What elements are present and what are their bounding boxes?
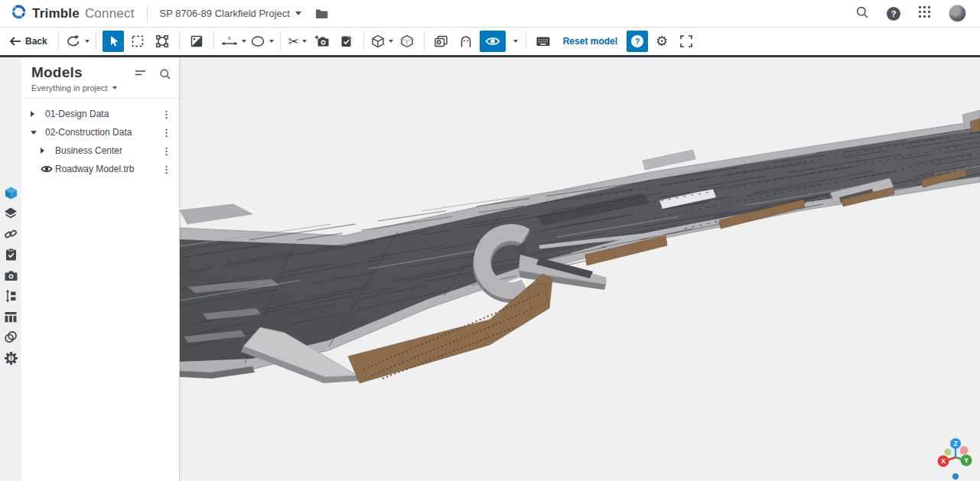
help-icon[interactable]: ?: [627, 31, 648, 52]
structure-tree-icon[interactable]: [3, 289, 18, 303]
tree-item-roadway-model[interactable]: Roadway Model.trb ⋮: [21, 160, 179, 178]
expand-caret-icon[interactable]: [31, 111, 43, 117]
toolbar-separator: [58, 32, 59, 50]
visibility-eye-icon[interactable]: [480, 31, 506, 52]
project-switcher[interactable]: SP 8706-89 Clarkfield Project: [160, 8, 301, 19]
axis-y-label[interactable]: Y: [964, 457, 969, 464]
toolbar-separator: [363, 32, 364, 50]
toolbar-separator: [96, 32, 96, 50]
search-icon[interactable]: [855, 5, 869, 22]
tree-item-business-center[interactable]: Business Center ⋮: [21, 141, 179, 160]
brand: Trimble Connect: [11, 4, 135, 23]
help-icon[interactable]: ?: [887, 7, 900, 21]
folder-icon: [315, 8, 328, 19]
scope-selector[interactable]: Everything in project: [31, 83, 170, 93]
marquee-select-icon[interactable]: [127, 31, 148, 52]
model-tree: 01-Design Data ⋮ 02-Construction Data ⋮ …: [21, 99, 179, 178]
header-divider: [147, 5, 148, 22]
select-cursor-icon[interactable]: [103, 31, 124, 52]
back-button[interactable]: Back: [5, 31, 52, 52]
side-rail: [0, 57, 21, 481]
ghost-mode-icon[interactable]: [455, 31, 477, 52]
chevron-down-icon: [269, 40, 274, 43]
collapse-caret-icon[interactable]: [31, 131, 43, 135]
visibility-options-caret[interactable]: [509, 31, 519, 52]
scope-label: Everything in project: [31, 83, 108, 93]
viewer-toolbar: Back x: [0, 28, 980, 57]
axis-x-label[interactable]: X: [941, 457, 946, 465]
toolbar-separator: [424, 32, 425, 50]
snapshot-camera-icon[interactable]: [311, 31, 333, 52]
brand-name-light: Connect: [85, 6, 135, 21]
tree-item-label: Roadway Model.trb: [55, 164, 134, 174]
axis-z-label[interactable]: Z: [953, 440, 957, 447]
toolbar-separator: [179, 32, 180, 50]
views-camera-icon[interactable]: [3, 268, 18, 282]
back-label: Back: [25, 36, 47, 47]
tree-item-design-data[interactable]: 01-Design Data ⋮: [21, 105, 179, 123]
chevron-down-icon: [85, 40, 90, 43]
gizmo-home-dot[interactable]: [952, 473, 959, 479]
table-columns-icon[interactable]: [3, 310, 18, 323]
brand-name-bold: Trimble: [32, 6, 80, 21]
chevron-down-icon: [302, 40, 307, 43]
settings-gear-icon[interactable]: ⚙: [651, 31, 672, 52]
orbit-icon[interactable]: [65, 31, 90, 52]
models-panel-header: Models Everything in project: [21, 57, 179, 98]
apps-grid-icon[interactable]: [918, 5, 931, 21]
search-icon[interactable]: [159, 68, 171, 83]
chevron-down-icon: [389, 40, 393, 43]
measure-icon[interactable]: x: [220, 31, 246, 52]
item-menu-icon[interactable]: ⋮: [161, 146, 179, 156]
hidden-line-cube-icon[interactable]: [396, 31, 418, 52]
avatar[interactable]: [949, 5, 966, 22]
project-name: SP 8706-89 Clarkfield Project: [160, 8, 290, 19]
toolbar-separator: [280, 32, 281, 50]
tree-item-construction-data[interactable]: 02-Construction Data ⋮: [21, 123, 179, 141]
item-menu-icon[interactable]: ⋮: [161, 164, 179, 174]
trimble-logo-icon: [11, 4, 27, 23]
clip-scissors-icon[interactable]: ✂: [287, 31, 308, 52]
toolbar-separator: [213, 32, 214, 50]
project-caret-icon: [295, 11, 301, 15]
image-adjust-icon[interactable]: [186, 31, 207, 52]
fullscreen-icon[interactable]: [676, 31, 697, 52]
polygon-select-icon[interactable]: [151, 31, 173, 52]
models-panel: Models Everything in project 01-Design D…: [21, 57, 180, 481]
3d-roadway-model[interactable]: [180, 57, 980, 481]
project-folder-button[interactable]: [315, 8, 328, 19]
chevron-down-icon: [112, 86, 117, 89]
visibility-eye-icon[interactable]: [41, 164, 53, 174]
link-icon[interactable]: [3, 227, 18, 241]
3d-viewport[interactable]: Z X Y: [180, 57, 980, 481]
markup-check-icon[interactable]: [336, 31, 357, 52]
xray-layers-icon[interactable]: [431, 31, 452, 52]
clash-circles-icon[interactable]: [3, 330, 18, 344]
tree-item-label: Business Center: [55, 145, 122, 156]
chevron-down-icon: [242, 40, 246, 43]
navigation-gizmo[interactable]: Z X Y: [929, 436, 980, 481]
todo-check-icon[interactable]: [3, 248, 18, 262]
models-cube-icon[interactable]: [3, 186, 18, 200]
expand-caret-icon[interactable]: [41, 148, 53, 154]
view-cube-icon[interactable]: [370, 31, 393, 52]
tree-item-label: 01-Design Data: [45, 109, 109, 119]
reset-model-link[interactable]: Reset model: [563, 36, 617, 47]
toolbar-separator: [526, 32, 526, 50]
ellipse-markup-icon[interactable]: [249, 31, 274, 52]
item-menu-icon[interactable]: ⋮: [161, 128, 179, 138]
item-menu-icon[interactable]: ⋮: [161, 109, 179, 119]
svg-text:x: x: [227, 34, 231, 41]
layers-icon[interactable]: [3, 206, 18, 220]
header-actions: ?: [855, 5, 969, 22]
keypad-grid-icon[interactable]: [532, 31, 554, 52]
sort-icon[interactable]: [134, 68, 147, 83]
chevron-down-icon: [513, 40, 518, 43]
gear-alert-icon[interactable]: [3, 351, 18, 365]
tree-item-label: 02-Construction Data: [45, 127, 132, 138]
app-header: Trimble Connect SP 8706-89 Clarkfield Pr…: [0, 0, 980, 28]
